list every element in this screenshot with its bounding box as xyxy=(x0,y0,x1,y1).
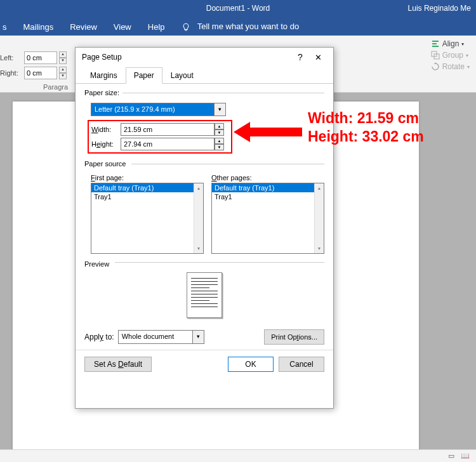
tell-me[interactable]: Tell me what you want to do xyxy=(179,19,305,34)
width-label: Width: xyxy=(91,126,121,133)
tab-paper[interactable]: Paper xyxy=(126,67,162,84)
width-down[interactable]: ▼ xyxy=(215,129,224,136)
dialog-tabs: Margins Paper Layout xyxy=(76,67,333,84)
preview-thumbnail xyxy=(187,272,222,318)
indent-right-label: Right: xyxy=(0,69,22,77)
svg-rect-1 xyxy=(432,43,437,44)
dimensions-highlight: Width: ▲ ▼ Height: ▲ ▼ xyxy=(88,120,232,154)
other-pages-label: Other pages: xyxy=(211,174,324,182)
group-icon xyxy=(431,51,440,60)
ribbon-tab-mailings[interactable]: Mailings xyxy=(21,20,56,34)
ribbon-tabs: s Mailings Review View Help Tell me what… xyxy=(0,18,476,36)
svg-rect-2 xyxy=(432,46,439,47)
annotation-text: Width: 21.59 cm Height: 33.02 cm xyxy=(308,109,424,146)
scrollbar[interactable]: ▴▾ xyxy=(314,183,324,253)
scroll-up-icon[interactable]: ▴ xyxy=(194,183,203,193)
paper-size-value: Letter (215.9 x 279.4 mm) xyxy=(91,103,215,116)
indent-group: Left: ▲ ▼ Right: ▲ ▼ xyxy=(0,51,67,82)
chevron-down-icon: ▾ xyxy=(461,41,464,47)
indent-left-label: Left: xyxy=(0,54,22,62)
chevron-down-icon: ▾ xyxy=(467,64,470,70)
group-button[interactable]: Group ▾ xyxy=(431,51,470,60)
read-mode-icon[interactable]: 📖 xyxy=(461,452,470,460)
chevron-down-icon: ▾ xyxy=(466,53,468,58)
apply-to-select[interactable]: Whole document ▾ xyxy=(118,330,204,344)
lightbulb-icon xyxy=(182,23,190,32)
height-down[interactable]: ▼ xyxy=(215,144,224,150)
ribbon-tab-review[interactable]: Review xyxy=(67,20,100,34)
paragraph-group-label: Paragra xyxy=(43,83,68,91)
first-page-label: First page: xyxy=(91,174,204,182)
rotate-icon xyxy=(431,62,440,71)
list-item[interactable]: Tray1 xyxy=(91,192,203,201)
dialog-title: Page Setup xyxy=(82,53,291,62)
close-button[interactable]: ✕ xyxy=(309,53,327,62)
indent-left-up[interactable]: ▲ xyxy=(59,51,67,58)
dialog-titlebar: Page Setup ? ✕ xyxy=(76,48,333,67)
list-item[interactable]: Default tray (Tray1) xyxy=(91,183,203,192)
width-up[interactable]: ▲ xyxy=(215,123,224,129)
set-as-default-button[interactable]: Set As Default xyxy=(84,357,152,372)
rotate-button[interactable]: Rotate ▾ xyxy=(431,62,470,71)
first-page-list[interactable]: Default tray (Tray1) Tray1 ▴▾ xyxy=(91,183,204,254)
list-item[interactable]: Tray1 xyxy=(212,192,324,201)
dialog-footer: Set As Default OK Cancel xyxy=(76,350,333,378)
indent-right-down[interactable]: ▼ xyxy=(59,73,67,79)
apply-to-value: Whole document xyxy=(118,330,193,344)
ribbon-tab-help[interactable]: Help xyxy=(145,20,168,34)
scroll-up-icon[interactable]: ▴ xyxy=(315,183,324,193)
indent-left-input[interactable] xyxy=(24,51,57,64)
preview-label: Preview xyxy=(84,260,324,268)
other-pages-list[interactable]: Default tray (Tray1) Tray1 ▴▾ xyxy=(211,183,324,254)
window-titlebar: Document1 - Word Luis Reginaldo Me xyxy=(0,0,476,18)
ok-button[interactable]: OK xyxy=(228,357,274,372)
apply-to-dropdown[interactable]: ▾ xyxy=(193,330,204,344)
help-button[interactable]: ? xyxy=(291,52,309,62)
scroll-down-icon[interactable]: ▾ xyxy=(194,244,203,253)
height-label: Height: xyxy=(91,140,121,148)
view-icon[interactable]: ▭ xyxy=(448,452,454,460)
tab-margins[interactable]: Margins xyxy=(82,67,126,84)
svg-rect-0 xyxy=(432,41,439,42)
status-bar: ▭ 📖 xyxy=(0,449,476,462)
annotation-arrow xyxy=(234,122,302,141)
scroll-down-icon[interactable]: ▾ xyxy=(315,244,324,253)
apply-to-label: Apply to: xyxy=(84,333,114,341)
indent-left-down[interactable]: ▼ xyxy=(59,58,67,64)
indent-right-input[interactable] xyxy=(24,67,57,79)
cancel-button[interactable]: Cancel xyxy=(279,357,324,372)
scrollbar[interactable]: ▴▾ xyxy=(194,183,203,253)
tab-layout[interactable]: Layout xyxy=(162,67,202,84)
width-input[interactable] xyxy=(121,123,215,136)
tell-me-label: Tell me what you want to do xyxy=(195,19,301,34)
align-icon xyxy=(431,39,440,48)
paper-size-select[interactable]: Letter (215.9 x 279.4 mm) ▾ xyxy=(91,103,324,116)
paper-size-dropdown[interactable]: ▾ xyxy=(215,103,226,116)
height-up[interactable]: ▲ xyxy=(215,138,224,144)
list-item[interactable]: Default tray (Tray1) xyxy=(212,183,324,192)
document-title: Document1 - Word xyxy=(206,4,270,13)
arrange-group: Align ▾ Group ▾ Rotate ▾ xyxy=(431,39,470,74)
indent-right-up[interactable]: ▲ xyxy=(59,67,67,73)
ribbon-tab-partial[interactable]: s xyxy=(0,20,10,34)
ribbon-tab-view[interactable]: View xyxy=(111,20,134,34)
align-button[interactable]: Align ▾ xyxy=(431,39,470,48)
user-name: Luis Reginaldo Me xyxy=(408,4,471,13)
page-setup-dialog: Page Setup ? ✕ Margins Paper Layout Pape… xyxy=(75,47,334,409)
print-options-button[interactable]: Print Options... xyxy=(264,329,324,345)
height-input[interactable] xyxy=(121,138,215,150)
